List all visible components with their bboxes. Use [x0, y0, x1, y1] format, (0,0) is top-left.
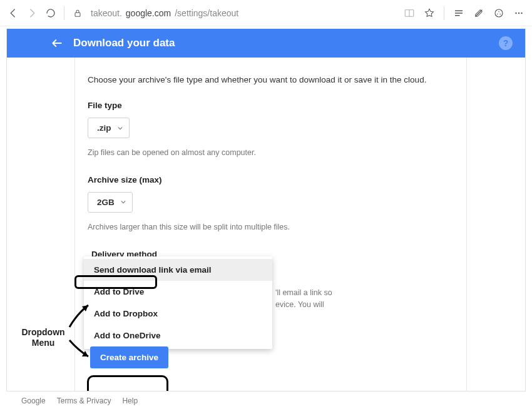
archive-size-label: Archive size (max) [88, 175, 454, 184]
svg-point-10 [515, 12, 516, 13]
svg-point-11 [518, 12, 519, 13]
divider [444, 6, 444, 20]
help-icon[interactable]: ? [499, 36, 513, 50]
delivery-option-dropbox[interactable]: Add to Dropbox [84, 303, 272, 325]
nav-back-icon[interactable] [8, 8, 19, 19]
header-back-icon[interactable] [51, 37, 63, 49]
svg-point-7 [498, 11, 499, 13]
svg-point-6 [495, 9, 503, 17]
svg-point-8 [497, 13, 498, 14]
app-header: Download your data ? [7, 29, 525, 58]
page-title: Download your data [73, 37, 175, 49]
intro-text: Choose your archive's file type and whet… [88, 75, 454, 84]
refresh-icon[interactable] [45, 8, 56, 19]
hint-text-partial: 'll email a link so evice. You will [275, 287, 350, 311]
chevron-down-icon [121, 199, 126, 204]
archive-size-helper: Archives larger than this size will be s… [88, 221, 313, 233]
nav-forward-icon[interactable] [26, 8, 38, 19]
footer-help[interactable]: Help [122, 396, 138, 405]
url-prefix: takeout. [91, 8, 122, 18]
url-path: /settings/takeout [175, 8, 238, 18]
delivery-option-drive[interactable]: Add to Drive [84, 281, 272, 303]
file-type-select[interactable]: .zip [88, 118, 130, 138]
file-type-helper: Zip files can be opened on almost any co… [88, 147, 313, 159]
share-icon[interactable] [493, 8, 504, 19]
content-card: Choose your archive's file type and whet… [74, 58, 467, 391]
file-type-section: File type .zip Zip files can be opened o… [88, 101, 454, 159]
archive-size-value: 2GB [97, 198, 115, 207]
footer-google[interactable]: Google [21, 396, 46, 405]
footer-links: Google Terms & Privacy Help [21, 396, 138, 405]
file-type-value: .zip [97, 123, 111, 133]
reading-view-icon[interactable] [404, 8, 415, 19]
delivery-option-onedrive[interactable]: Add to OneDrive [84, 325, 272, 346]
svg-rect-0 [75, 13, 80, 16]
page-container: Download your data ? Choose your archive… [6, 29, 526, 391]
svg-point-12 [521, 12, 522, 13]
archive-size-select[interactable]: 2GB [88, 192, 133, 213]
favorite-star-icon[interactable] [424, 8, 435, 19]
url-host: google.com [126, 8, 171, 18]
hub-icon[interactable] [453, 8, 464, 19]
delivery-option-email[interactable]: Send download link via email [84, 259, 272, 281]
file-type-label: File type [88, 101, 454, 110]
more-icon[interactable] [513, 8, 524, 19]
annotation-label: Dropdown Menu [16, 327, 71, 348]
create-archive-button[interactable]: Create archive [90, 346, 168, 368]
svg-point-9 [500, 13, 501, 14]
divider [64, 6, 64, 20]
browser-toolbar: takeout.google.com/settings/takeout [0, 0, 532, 26]
notes-icon[interactable] [473, 8, 484, 19]
address-bar[interactable]: takeout.google.com/settings/takeout [91, 8, 396, 18]
footer-terms[interactable]: Terms & Privacy [57, 396, 111, 405]
lock-icon [72, 8, 83, 19]
archive-size-section: Archive size (max) 2GB Archives larger t… [88, 175, 454, 233]
delivery-method-menu: Send download link via email Add to Driv… [84, 256, 272, 349]
chevron-down-icon [118, 126, 123, 131]
